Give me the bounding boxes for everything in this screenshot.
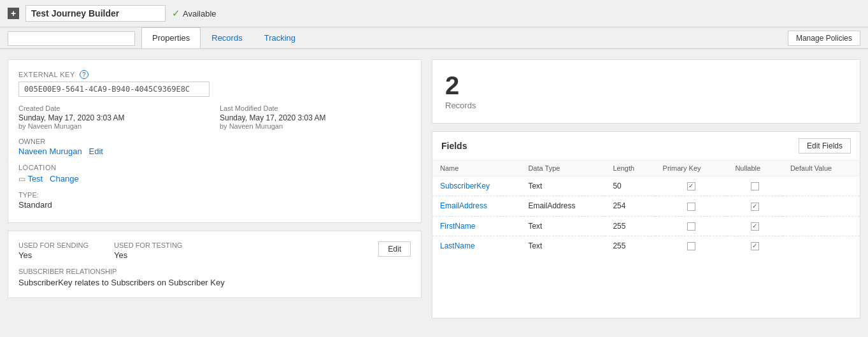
type-label: Type: bbox=[18, 191, 411, 199]
col-nullable: Nullable bbox=[727, 161, 782, 176]
owner-name-link[interactable]: Naveen Murugan bbox=[18, 147, 82, 156]
col-primary-key: Primary Key bbox=[655, 161, 728, 176]
tabs-row: Properties Records Tracking Manage Polic… bbox=[0, 27, 868, 49]
journey-title-input[interactable] bbox=[25, 5, 166, 22]
created-by: by Naveen Murugan bbox=[18, 122, 210, 130]
field-name-link[interactable]: SubscriberKey bbox=[440, 182, 490, 190]
used-for-testing-label: USED FOR TESTING bbox=[114, 241, 182, 249]
field-primary-key bbox=[655, 176, 728, 196]
meta-grid: Created Date Sunday, May 17, 2020 3:03 A… bbox=[18, 104, 411, 130]
field-default-value bbox=[783, 196, 860, 216]
table-row: EmailAddressEmailAddress254 bbox=[432, 196, 860, 216]
last-modified-block: Last Modified Date Sunday, May 17, 2020 … bbox=[220, 104, 411, 130]
created-date-label: Created Date bbox=[18, 104, 210, 112]
field-length: 255 bbox=[605, 216, 655, 236]
external-key-label: EXTERNAL KEY ? bbox=[18, 70, 411, 79]
field-primary-key bbox=[655, 236, 728, 255]
check-icon: ✓ bbox=[172, 8, 180, 19]
subscriber-rel-value: SubscriberKey relates to Subscribers on … bbox=[18, 278, 411, 287]
add-button[interactable]: + bbox=[8, 8, 19, 19]
left-panel: EXTERNAL KEY ? Created Date Sunday, May … bbox=[8, 59, 422, 319]
last-modified-label: Last Modified Date bbox=[220, 104, 411, 112]
table-header-row: Name Data Type Length Primary Key Nullab… bbox=[432, 161, 860, 176]
owner-edit-link[interactable]: Edit bbox=[89, 147, 103, 156]
table-row: SubscriberKeyText50 bbox=[432, 176, 860, 196]
col-name: Name bbox=[432, 161, 520, 176]
last-modified-value: Sunday, May 17, 2020 3:03 AM bbox=[220, 113, 411, 122]
fields-table: Name Data Type Length Primary Key Nullab… bbox=[432, 161, 860, 255]
location-label: LOCATION bbox=[18, 164, 411, 171]
field-data-type: EmailAddress bbox=[520, 196, 605, 216]
last-modified-by: by Naveen Murugan bbox=[220, 122, 411, 130]
tab-tracking[interactable]: Tracking bbox=[253, 27, 306, 48]
available-label: Available bbox=[183, 9, 217, 18]
field-length: 254 bbox=[605, 196, 655, 216]
table-row: FirstNameText255 bbox=[432, 216, 860, 236]
created-date-block: Created Date Sunday, May 17, 2020 3:03 A… bbox=[18, 104, 210, 130]
records-label: Records bbox=[445, 101, 847, 110]
used-for-testing-value: Yes bbox=[114, 250, 182, 260]
field-default-value bbox=[783, 216, 860, 236]
col-length: Length bbox=[605, 161, 655, 176]
properties-card: EXTERNAL KEY ? Created Date Sunday, May … bbox=[8, 59, 422, 223]
field-name-link[interactable]: FirstName bbox=[440, 222, 475, 231]
search-input[interactable] bbox=[8, 31, 135, 46]
field-nullable bbox=[727, 236, 782, 255]
records-count: 2 bbox=[445, 73, 847, 98]
tab-records[interactable]: Records bbox=[201, 27, 253, 48]
fields-card: Fields Edit Fields Name Data Type Length… bbox=[432, 131, 860, 319]
col-default-value: Default Value bbox=[783, 161, 860, 176]
tab-properties[interactable]: Properties bbox=[141, 27, 201, 48]
field-name-link[interactable]: LastName bbox=[440, 241, 475, 250]
bottom-card: USED FOR SENDING Yes USED FOR TESTING Ye… bbox=[8, 231, 422, 298]
field-nullable bbox=[727, 196, 782, 216]
field-primary-key bbox=[655, 196, 728, 216]
edit-button[interactable]: Edit bbox=[378, 241, 411, 257]
external-key-input[interactable] bbox=[18, 82, 210, 97]
subscriber-rel-block: SUBSCRIBER RELATIONSHIP SubscriberKey re… bbox=[18, 268, 411, 287]
used-for-sending-block: USED FOR SENDING Yes bbox=[18, 241, 89, 260]
field-data-type: Text bbox=[520, 176, 605, 196]
owner-label: Owner bbox=[18, 138, 411, 145]
subscriber-rel-label: SUBSCRIBER RELATIONSHIP bbox=[18, 268, 411, 275]
field-nullable bbox=[727, 216, 782, 236]
top-bar: + ✓ Available bbox=[0, 0, 868, 27]
main-content: EXTERNAL KEY ? Created Date Sunday, May … bbox=[0, 49, 868, 329]
field-data-type: Text bbox=[520, 236, 605, 255]
table-row: LastNameText255 bbox=[432, 236, 860, 255]
created-date-value: Sunday, May 17, 2020 3:03 AM bbox=[18, 113, 210, 122]
col-data-type: Data Type bbox=[520, 161, 605, 176]
available-badge: ✓ Available bbox=[172, 8, 217, 19]
field-data-type: Text bbox=[520, 216, 605, 236]
type-value: Standard bbox=[18, 200, 411, 210]
field-name-link[interactable]: EmailAddress bbox=[440, 201, 487, 210]
owner-row: Owner Naveen Murugan Edit bbox=[18, 138, 411, 156]
folder-icon: ▭ bbox=[18, 175, 25, 183]
edit-fields-button[interactable]: Edit Fields bbox=[799, 138, 851, 154]
field-default-value bbox=[783, 176, 860, 196]
field-nullable bbox=[727, 176, 782, 196]
used-for-testing-block: USED FOR TESTING Yes bbox=[114, 241, 182, 260]
field-default-value bbox=[783, 236, 860, 255]
used-for-sending-label: USED FOR SENDING bbox=[18, 241, 89, 249]
location-change-link[interactable]: Change bbox=[50, 174, 79, 183]
location-section: LOCATION ▭ Test Change bbox=[18, 164, 411, 183]
field-length: 255 bbox=[605, 236, 655, 255]
used-for-sending-value: Yes bbox=[18, 250, 89, 260]
field-primary-key bbox=[655, 216, 728, 236]
fields-header: Fields Edit Fields bbox=[432, 132, 860, 161]
manage-policies-button[interactable]: Manage Policies bbox=[788, 31, 860, 46]
location-folder-link[interactable]: Test bbox=[27, 174, 43, 183]
fields-title: Fields bbox=[441, 141, 467, 151]
type-section: Type: Standard bbox=[18, 191, 411, 210]
records-card: 2 Records bbox=[432, 59, 860, 124]
field-length: 50 bbox=[605, 176, 655, 196]
right-panel: 2 Records Fields Edit Fields Name Data T… bbox=[432, 59, 860, 319]
help-icon[interactable]: ? bbox=[80, 70, 89, 79]
